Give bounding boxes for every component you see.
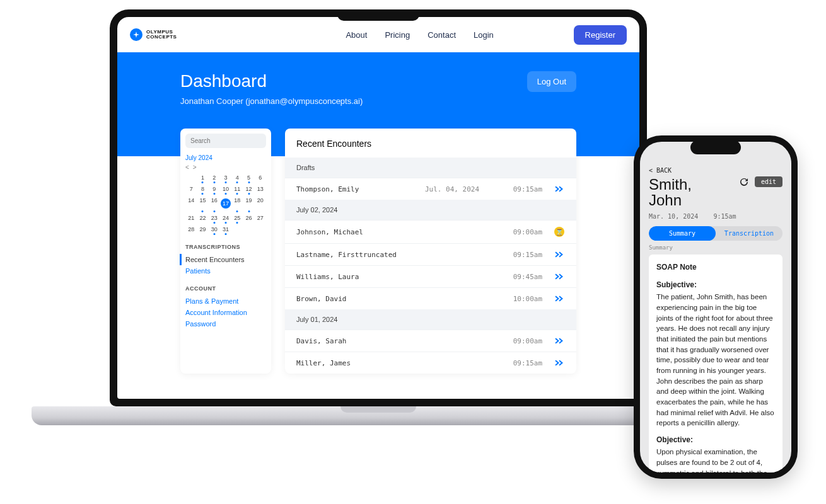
calendar-day[interactable]: 31 <box>220 224 231 235</box>
row-time: 09:15am <box>504 251 542 259</box>
phone-island <box>690 140 741 154</box>
phone-screen: < BACK Smith, John edit Mar. 10, 2024 9:… <box>640 142 791 472</box>
encounter-row[interactable]: Thompson, EmilyJul. 04, 202409:15am <box>285 178 576 200</box>
encounter-list: DraftsThompson, EmilyJul. 04, 202409:15a… <box>285 158 576 374</box>
row-time: 09:15am <box>504 185 542 193</box>
calendar-day[interactable]: 10 <box>220 183 231 195</box>
chevron-right-icon <box>554 336 565 345</box>
row-name: Brown, David <box>296 295 479 303</box>
calendar-month[interactable]: July 2024 <box>185 154 266 161</box>
calendar-day[interactable]: 20 <box>255 195 266 212</box>
objective-label: Objective: <box>656 435 775 445</box>
encounter-row[interactable]: Miller, James09:15am <box>285 352 576 374</box>
logo-icon <box>130 28 143 41</box>
calendar-day[interactable]: 21 <box>185 212 197 224</box>
account-label: ACCOUNT <box>185 285 266 292</box>
sidebar-account-info[interactable]: Account Information <box>185 307 266 318</box>
nav-contact[interactable]: Contact <box>428 30 456 40</box>
calendar-day[interactable]: 17 <box>220 195 231 212</box>
sidebar-card: July 2024 < > 12345678910111213141516171… <box>180 129 271 374</box>
sidebar-patients[interactable]: Patients <box>185 265 266 277</box>
calendar-day[interactable] <box>185 172 197 183</box>
calendar-nav: < > <box>185 164 266 171</box>
calendar-day[interactable]: 29 <box>197 224 208 235</box>
calendar-day[interactable]: 14 <box>185 195 197 212</box>
soap-note[interactable]: SOAP Note Subjective: The patient, John … <box>649 255 782 472</box>
calendar-day[interactable]: 9 <box>209 183 220 195</box>
nav-pricing[interactable]: Pricing <box>385 30 410 40</box>
row-time: 09:00am <box>504 337 542 345</box>
user-subtitle: Jonathan Cooper (jonathan@olympusconcept… <box>180 96 363 106</box>
chevron-right-icon <box>554 358 565 367</box>
calendar-day[interactable]: 1 <box>197 172 208 183</box>
subjective-text: The patient, John Smith, has been experi… <box>656 292 775 428</box>
calendar-day[interactable]: 26 <box>243 212 254 224</box>
calendar-day[interactable] <box>243 224 254 235</box>
calendar-day[interactable] <box>255 224 266 235</box>
calendar-day[interactable]: 28 <box>185 224 197 235</box>
tab-summary[interactable]: Summary <box>649 226 716 241</box>
encounter-row[interactable]: Lastname, Firsttruncated09:15am <box>285 243 576 265</box>
calendar-day[interactable]: 19 <box>243 195 254 212</box>
row-name: Johnson, Michael <box>296 228 479 236</box>
side-section-account: ACCOUNT Plans & Payment Account Informat… <box>185 285 266 329</box>
brand-text: OLYMPUS CONCEPTS <box>146 30 177 40</box>
soap-title: SOAP Note <box>656 262 775 273</box>
group-header: July 01, 2024 <box>285 309 576 329</box>
calendar-day[interactable] <box>231 224 243 235</box>
calendar-next[interactable]: > <box>193 164 197 171</box>
calendar-day[interactable]: 11 <box>231 183 243 195</box>
row-date: Jul. 04, 2024 <box>425 185 479 193</box>
calendar-day[interactable]: 25 <box>231 212 243 224</box>
nav-login[interactable]: Login <box>474 30 494 40</box>
calendar-day[interactable]: 22 <box>197 212 208 224</box>
search-input[interactable] <box>185 134 266 148</box>
encounter-row[interactable]: Brown, David10:00am <box>285 287 576 309</box>
calendar-day[interactable]: 12 <box>243 183 254 195</box>
top-nav: OLYMPUS CONCEPTS About Pricing Contact L… <box>117 17 639 52</box>
sidebar-plans[interactable]: Plans & Payment <box>185 295 266 307</box>
calendar-day[interactable]: 7 <box>185 183 197 195</box>
calendar-day[interactable]: 6 <box>255 172 266 183</box>
row-time: 09:00am <box>504 228 542 236</box>
meta-date: Mar. 10, 2024 <box>649 213 698 220</box>
calendar-day[interactable]: 18 <box>231 195 243 212</box>
sidebar-password[interactable]: Password <box>185 318 266 329</box>
calendar-day[interactable]: 30 <box>209 224 220 235</box>
row-name: Lastname, Firsttruncated <box>296 251 479 259</box>
calendar-day[interactable]: 27 <box>255 212 266 224</box>
logout-button[interactable]: Log Out <box>527 71 576 92</box>
calendar-day[interactable]: 13 <box>255 183 266 195</box>
row-time: 09:45am <box>504 273 542 281</box>
encounter-row[interactable]: Williams, Laura09:45am <box>285 265 576 287</box>
calendar-day[interactable]: 3 <box>220 172 231 183</box>
calendar-day[interactable]: 8 <box>197 183 208 195</box>
encounter-row[interactable]: Davis, Sarah09:00am <box>285 329 576 352</box>
calendar-day[interactable]: 2 <box>209 172 220 183</box>
laptop-notch <box>337 9 419 21</box>
tab-sublabel: Summary <box>649 244 782 251</box>
calendar-day[interactable]: 16 <box>209 195 220 212</box>
sidebar-recent-encounters[interactable]: Recent Encounters <box>180 254 266 265</box>
encounters-title: Recent Encounters <box>285 129 576 158</box>
register-button[interactable]: Register <box>574 25 627 45</box>
encounter-row[interactable]: Johnson, Michael09:00am⌛ <box>285 220 576 243</box>
tab-transcription[interactable]: Transcription <box>716 226 782 241</box>
refresh-icon[interactable] <box>738 176 750 188</box>
patient-name: Smith, John <box>649 176 733 208</box>
calendar-day[interactable]: 5 <box>243 172 254 183</box>
calendar-day[interactable]: 15 <box>197 195 208 212</box>
calendar-day[interactable]: 24 <box>220 212 231 224</box>
laptop-mockup: OLYMPUS CONCEPTS About Pricing Contact L… <box>101 9 656 425</box>
calendar-prev[interactable]: < <box>185 164 189 171</box>
nav-about[interactable]: About <box>346 30 367 40</box>
page-title: Dashboard <box>180 71 363 91</box>
brand-logo[interactable]: OLYMPUS CONCEPTS <box>130 28 177 41</box>
back-button[interactable]: < BACK <box>649 167 782 174</box>
calendar-day[interactable]: 4 <box>231 172 243 183</box>
calendar-day[interactable]: 23 <box>209 212 220 224</box>
phone-mockup: < BACK Smith, John edit Mar. 10, 2024 9:… <box>634 135 798 479</box>
edit-button[interactable]: edit <box>755 176 782 187</box>
row-time: 10:00am <box>504 295 542 303</box>
laptop-base <box>32 406 725 425</box>
